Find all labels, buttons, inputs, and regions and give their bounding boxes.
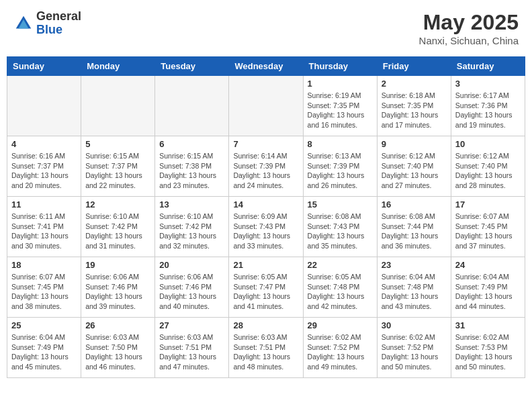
day-info: Sunrise: 6:10 AM Sunset: 7:42 PM Dayligh… [159, 212, 224, 251]
day-number: 11 [11, 199, 77, 210]
day-cell: 11Sunrise: 6:11 AM Sunset: 7:41 PM Dayli… [7, 197, 81, 257]
day-info: Sunrise: 6:02 AM Sunset: 7:52 PM Dayligh… [382, 332, 447, 372]
day-number: 7 [233, 139, 298, 149]
day-cell: 8Sunrise: 6:13 AM Sunset: 7:39 PM Daylig… [303, 136, 377, 197]
day-info: Sunrise: 6:02 AM Sunset: 7:52 PM Dayligh… [308, 332, 373, 372]
weekday-header-wednesday: Wednesday [229, 57, 303, 76]
week-row-2: 4Sunrise: 6:16 AM Sunset: 7:37 PM Daylig… [7, 136, 525, 197]
location: Nanxi, Sichuan, China [419, 35, 519, 46]
day-number: 13 [159, 199, 224, 210]
day-info: Sunrise: 6:02 AM Sunset: 7:53 PM Dayligh… [455, 332, 521, 372]
title-block: May 2025 Nanxi, Sichuan, China [419, 10, 519, 46]
weekday-header-thursday: Thursday [303, 57, 377, 76]
weekday-header-friday: Friday [377, 57, 451, 76]
day-number: 26 [85, 320, 150, 330]
day-cell: 12Sunrise: 6:10 AM Sunset: 7:42 PM Dayli… [81, 197, 155, 257]
day-cell: 17Sunrise: 6:07 AM Sunset: 7:45 PM Dayli… [451, 197, 525, 257]
day-info: Sunrise: 6:05 AM Sunset: 7:48 PM Dayligh… [308, 272, 373, 312]
day-number: 28 [233, 320, 298, 330]
day-cell [7, 76, 81, 136]
day-cell: 1Sunrise: 6:19 AM Sunset: 7:35 PM Daylig… [303, 76, 377, 136]
day-cell: 20Sunrise: 6:06 AM Sunset: 7:46 PM Dayli… [155, 257, 229, 318]
day-info: Sunrise: 6:08 AM Sunset: 7:44 PM Dayligh… [382, 212, 447, 251]
day-cell: 13Sunrise: 6:10 AM Sunset: 7:42 PM Dayli… [155, 197, 229, 257]
day-info: Sunrise: 6:03 AM Sunset: 7:51 PM Dayligh… [159, 332, 224, 372]
day-number: 30 [382, 320, 447, 330]
day-number: 23 [382, 260, 447, 270]
day-info: Sunrise: 6:12 AM Sunset: 7:40 PM Dayligh… [455, 151, 521, 191]
day-number: 12 [85, 199, 150, 210]
day-cell: 3Sunrise: 6:17 AM Sunset: 7:36 PM Daylig… [451, 76, 525, 136]
day-cell [81, 76, 155, 136]
day-number: 19 [85, 260, 150, 270]
day-number: 3 [455, 79, 521, 89]
day-info: Sunrise: 6:17 AM Sunset: 7:36 PM Dayligh… [455, 91, 521, 130]
day-info: Sunrise: 6:13 AM Sunset: 7:39 PM Dayligh… [308, 151, 373, 191]
week-row-3: 11Sunrise: 6:11 AM Sunset: 7:41 PM Dayli… [7, 197, 525, 257]
day-cell: 9Sunrise: 6:12 AM Sunset: 7:40 PM Daylig… [377, 136, 451, 197]
day-number: 15 [308, 199, 373, 210]
day-number: 17 [455, 199, 521, 210]
day-cell: 31Sunrise: 6:02 AM Sunset: 7:53 PM Dayli… [451, 318, 525, 378]
day-number: 8 [308, 139, 373, 149]
day-number: 4 [11, 139, 77, 149]
day-info: Sunrise: 6:16 AM Sunset: 7:37 PM Dayligh… [11, 151, 77, 191]
day-number: 22 [308, 260, 373, 270]
day-number: 5 [85, 139, 150, 149]
day-cell: 29Sunrise: 6:02 AM Sunset: 7:52 PM Dayli… [303, 318, 377, 378]
weekday-header-saturday: Saturday [451, 57, 525, 76]
logo-text: General Blue [36, 10, 81, 37]
day-number: 1 [308, 79, 373, 89]
calendar: SundayMondayTuesdayWednesdayThursdayFrid… [7, 56, 525, 378]
day-cell: 2Sunrise: 6:18 AM Sunset: 7:35 PM Daylig… [377, 76, 451, 136]
day-number: 9 [382, 139, 447, 149]
day-info: Sunrise: 6:15 AM Sunset: 7:38 PM Dayligh… [159, 151, 224, 191]
logo-general: General [36, 10, 81, 24]
day-cell: 21Sunrise: 6:05 AM Sunset: 7:47 PM Dayli… [229, 257, 303, 318]
day-info: Sunrise: 6:19 AM Sunset: 7:35 PM Dayligh… [308, 91, 373, 130]
day-cell: 6Sunrise: 6:15 AM Sunset: 7:38 PM Daylig… [155, 136, 229, 197]
day-info: Sunrise: 6:09 AM Sunset: 7:43 PM Dayligh… [233, 212, 298, 251]
day-cell: 30Sunrise: 6:02 AM Sunset: 7:52 PM Dayli… [377, 318, 451, 378]
day-number: 29 [308, 320, 373, 330]
day-cell: 4Sunrise: 6:16 AM Sunset: 7:37 PM Daylig… [7, 136, 81, 197]
day-cell: 7Sunrise: 6:14 AM Sunset: 7:39 PM Daylig… [229, 136, 303, 197]
day-cell: 10Sunrise: 6:12 AM Sunset: 7:40 PM Dayli… [451, 136, 525, 197]
day-cell: 26Sunrise: 6:03 AM Sunset: 7:50 PM Dayli… [81, 318, 155, 378]
day-info: Sunrise: 6:08 AM Sunset: 7:43 PM Dayligh… [308, 212, 373, 251]
week-row-1: 1Sunrise: 6:19 AM Sunset: 7:35 PM Daylig… [7, 76, 525, 136]
day-cell: 14Sunrise: 6:09 AM Sunset: 7:43 PM Dayli… [229, 197, 303, 257]
day-cell: 23Sunrise: 6:04 AM Sunset: 7:48 PM Dayli… [377, 257, 451, 318]
day-info: Sunrise: 6:10 AM Sunset: 7:42 PM Dayligh… [85, 212, 150, 251]
page-header: General Blue May 2025 Nanxi, Sichuan, Ch… [7, 7, 525, 50]
day-cell: 19Sunrise: 6:06 AM Sunset: 7:46 PM Dayli… [81, 257, 155, 318]
weekday-header-row: SundayMondayTuesdayWednesdayThursdayFrid… [7, 57, 525, 76]
day-number: 25 [11, 320, 77, 330]
month-year: May 2025 [419, 10, 519, 35]
day-number: 10 [455, 139, 521, 149]
day-info: Sunrise: 6:06 AM Sunset: 7:46 PM Dayligh… [85, 272, 150, 312]
day-info: Sunrise: 6:03 AM Sunset: 7:50 PM Dayligh… [85, 332, 150, 372]
day-info: Sunrise: 6:15 AM Sunset: 7:37 PM Dayligh… [85, 151, 150, 191]
day-number: 27 [159, 320, 224, 330]
day-info: Sunrise: 6:04 AM Sunset: 7:48 PM Dayligh… [382, 272, 447, 312]
week-row-5: 25Sunrise: 6:04 AM Sunset: 7:49 PM Dayli… [7, 318, 525, 378]
week-row-4: 18Sunrise: 6:07 AM Sunset: 7:45 PM Dayli… [7, 257, 525, 318]
day-info: Sunrise: 6:06 AM Sunset: 7:46 PM Dayligh… [159, 272, 224, 312]
day-number: 16 [382, 199, 447, 210]
day-number: 24 [455, 260, 521, 270]
day-number: 6 [159, 139, 224, 149]
logo: General Blue [13, 10, 81, 37]
logo-icon [13, 13, 34, 34]
day-cell: 16Sunrise: 6:08 AM Sunset: 7:44 PM Dayli… [377, 197, 451, 257]
day-number: 21 [233, 260, 298, 270]
day-info: Sunrise: 6:07 AM Sunset: 7:45 PM Dayligh… [11, 272, 77, 312]
day-cell: 24Sunrise: 6:04 AM Sunset: 7:49 PM Dayli… [451, 257, 525, 318]
day-info: Sunrise: 6:05 AM Sunset: 7:47 PM Dayligh… [233, 272, 298, 312]
day-info: Sunrise: 6:04 AM Sunset: 7:49 PM Dayligh… [11, 332, 77, 372]
day-number: 2 [382, 79, 447, 89]
day-cell [229, 76, 303, 136]
day-number: 18 [11, 260, 77, 270]
weekday-header-sunday: Sunday [7, 57, 81, 76]
day-cell: 18Sunrise: 6:07 AM Sunset: 7:45 PM Dayli… [7, 257, 81, 318]
